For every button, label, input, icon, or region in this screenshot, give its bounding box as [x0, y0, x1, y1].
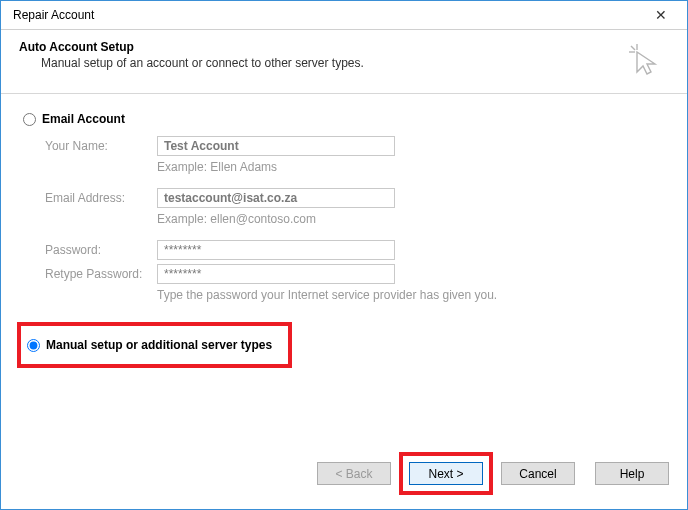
next-button[interactable]: Next >	[409, 462, 483, 485]
wizard-body: Email Account Your Name: Example: Ellen …	[1, 94, 687, 368]
your-name-input[interactable]	[157, 136, 395, 156]
wizard-button-bar: < Back Next > Cancel Help	[317, 452, 669, 495]
svg-line-2	[631, 46, 635, 50]
page-subheading: Manual setup of an account or connect to…	[41, 56, 364, 70]
radio-email-account-input[interactable]	[23, 113, 36, 126]
retype-password-label: Retype Password:	[45, 267, 157, 281]
email-hint: Example: ellen@contoso.com	[157, 212, 316, 226]
radio-email-account[interactable]: Email Account	[23, 112, 665, 126]
radio-manual-setup[interactable]: Manual setup or additional server types	[27, 338, 272, 352]
radio-manual-setup-label: Manual setup or additional server types	[46, 338, 272, 352]
repair-account-window: Repair Account ✕ Auto Account Setup Manu…	[0, 0, 688, 510]
retype-password-input[interactable]	[157, 264, 395, 284]
password-input[interactable]	[157, 240, 395, 260]
highlight-manual-setup: Manual setup or additional server types	[17, 322, 292, 368]
your-name-label: Your Name:	[45, 139, 157, 153]
password-label: Password:	[45, 243, 157, 257]
email-account-form: Your Name: Example: Ellen Adams Email Ad…	[45, 136, 665, 302]
your-name-hint: Example: Ellen Adams	[157, 160, 277, 174]
highlight-next-button: Next >	[399, 452, 493, 495]
radio-manual-setup-input[interactable]	[27, 339, 40, 352]
email-input[interactable]	[157, 188, 395, 208]
titlebar: Repair Account ✕	[1, 1, 687, 30]
cursor-icon	[627, 42, 661, 79]
close-icon[interactable]: ✕	[643, 1, 679, 29]
back-button[interactable]: < Back	[317, 462, 391, 485]
email-label: Email Address:	[45, 191, 157, 205]
radio-email-account-label: Email Account	[42, 112, 125, 126]
page-heading: Auto Account Setup	[19, 40, 364, 54]
cancel-button[interactable]: Cancel	[501, 462, 575, 485]
wizard-header: Auto Account Setup Manual setup of an ac…	[1, 30, 687, 93]
window-title: Repair Account	[9, 1, 94, 29]
password-hint: Type the password your Internet service …	[157, 288, 497, 302]
help-button[interactable]: Help	[595, 462, 669, 485]
